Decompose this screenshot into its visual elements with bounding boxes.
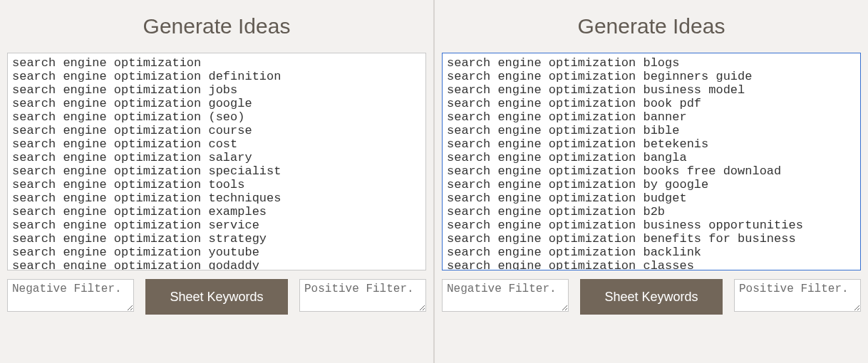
panel-right: Generate Ideas Sheet Keywords bbox=[435, 0, 868, 363]
positive-filter-left[interactable] bbox=[299, 279, 426, 312]
negative-filter-left[interactable] bbox=[7, 279, 134, 312]
keywords-textarea-right[interactable] bbox=[442, 53, 861, 270]
sheet-keywords-button-right[interactable]: Sheet Keywords bbox=[580, 279, 723, 315]
panel-left: Generate Ideas Sheet Keywords bbox=[0, 0, 435, 363]
controls-row-left: Sheet Keywords bbox=[7, 279, 426, 315]
panel-title-right: Generate Ideas bbox=[442, 14, 861, 38]
panel-title-left: Generate Ideas bbox=[7, 14, 426, 38]
app-root: Generate Ideas Sheet Keywords Generate I… bbox=[0, 0, 868, 363]
keywords-textarea-left[interactable] bbox=[7, 53, 426, 270]
positive-filter-right[interactable] bbox=[734, 279, 861, 312]
controls-row-right: Sheet Keywords bbox=[442, 279, 861, 315]
sheet-keywords-button-left[interactable]: Sheet Keywords bbox=[145, 279, 288, 315]
negative-filter-right[interactable] bbox=[442, 279, 569, 312]
